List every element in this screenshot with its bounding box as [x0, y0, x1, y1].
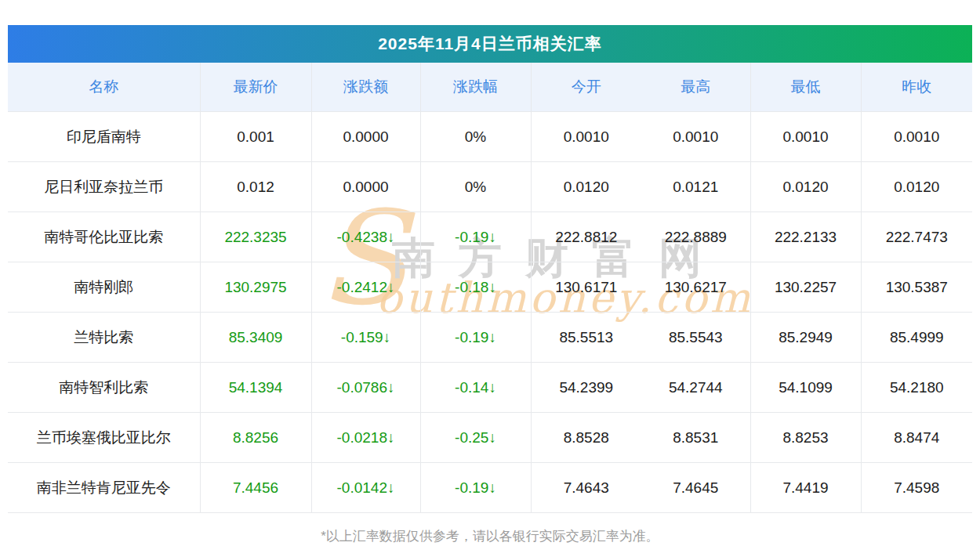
cell-name: 尼日利亚奈拉兰币	[8, 162, 200, 212]
cell-name: 兰特比索	[8, 313, 200, 363]
cell-name: 南特智利比索	[8, 363, 200, 413]
cell-high: 222.8889	[641, 212, 750, 262]
cell-change: -0.0142↓	[311, 463, 420, 513]
table-row: 尼日利亚奈拉兰币 0.012 0.0000 0% 0.0120 0.0121 0…	[8, 162, 972, 212]
cell-name: 南特哥伦比亚比索	[8, 212, 200, 262]
table-row: 兰币埃塞俄比亚比尔 8.8256 -0.0218↓ -0.25↓ 8.8528 …	[8, 413, 972, 463]
cell-prev-close: 130.5387	[861, 262, 972, 313]
cell-low: 7.4419	[750, 463, 861, 513]
cell-low: 0.0120	[750, 162, 861, 212]
page-title: 2025年11月4日兰币相关汇率	[378, 33, 602, 55]
cell-name: 南特刚郎	[8, 262, 200, 313]
cell-prev-close: 54.2180	[861, 363, 972, 413]
cell-change-pct: 0%	[420, 112, 531, 162]
cell-open: 130.6171	[531, 262, 641, 313]
cell-open: 222.8812	[531, 212, 641, 262]
cell-open: 0.0010	[531, 112, 641, 162]
column-header-high: 最高	[641, 63, 750, 112]
cell-low: 85.2949	[750, 313, 861, 363]
cell-high: 0.0121	[641, 162, 750, 212]
cell-change-pct: 0%	[420, 162, 531, 212]
column-header-open: 今开	[531, 63, 641, 112]
table-row: 印尼盾南特 0.001 0.0000 0% 0.0010 0.0010 0.00…	[8, 112, 972, 162]
cell-high: 8.8531	[641, 413, 750, 463]
exchange-rate-table: 名称 最新价 涨跌额 涨跌幅 今开 最高 最低 昨收 印尼盾南特 0.001 0…	[8, 63, 972, 513]
cell-prev-close: 0.0120	[861, 162, 972, 212]
cell-prev-close: 85.4999	[861, 313, 972, 363]
cell-change: 0.0000	[311, 112, 420, 162]
cell-latest: 0.012	[200, 162, 311, 212]
cell-open: 0.0120	[531, 162, 641, 212]
column-header-latest: 最新价	[200, 63, 311, 112]
cell-change-pct: -0.14↓	[420, 363, 531, 413]
table-row: 兰特比索 85.3409 -0.159↓ -0.19↓ 85.5513 85.5…	[8, 313, 972, 363]
cell-high: 0.0010	[641, 112, 750, 162]
title-banner: 2025年11月4日兰币相关汇率	[8, 25, 972, 63]
cell-change: -0.4238↓	[311, 212, 420, 262]
disclaimer-note: *以上汇率数据仅供参考，请以各银行实际交易汇率为准。	[0, 527, 980, 545]
cell-open: 8.8528	[531, 413, 641, 463]
cell-open: 85.5513	[531, 313, 641, 363]
column-header-name: 名称	[8, 63, 200, 112]
cell-low: 0.0010	[750, 112, 861, 162]
cell-name: 印尼盾南特	[8, 112, 200, 162]
column-header-change-pct: 涨跌幅	[420, 63, 531, 112]
cell-change-pct: -0.19↓	[420, 313, 531, 363]
cell-prev-close: 8.8474	[861, 413, 972, 463]
table-row: 南非兰特肯尼亚先令 7.4456 -0.0142↓ -0.19↓ 7.4643 …	[8, 463, 972, 513]
table-row: 南特刚郎 130.2975 -0.2412↓ -0.18↓ 130.6171 1…	[8, 262, 972, 313]
cell-high: 54.2744	[641, 363, 750, 413]
cell-change: -0.0786↓	[311, 363, 420, 413]
cell-change: -0.0218↓	[311, 413, 420, 463]
cell-latest: 7.4456	[200, 463, 311, 513]
cell-change-pct: -0.25↓	[420, 413, 531, 463]
cell-latest: 54.1394	[200, 363, 311, 413]
cell-high: 85.5543	[641, 313, 750, 363]
cell-change: -0.159↓	[311, 313, 420, 363]
column-header-change: 涨跌额	[311, 63, 420, 112]
cell-latest: 85.3409	[200, 313, 311, 363]
cell-change-pct: -0.18↓	[420, 262, 531, 313]
cell-prev-close: 222.7473	[861, 212, 972, 262]
rate-table-container: S 南方财富网 outhmoney.com 名称 最新价 涨跌额 涨跌幅 今开 …	[8, 63, 972, 513]
cell-open: 54.2399	[531, 363, 641, 413]
table-row: 南特哥伦比亚比索 222.3235 -0.4238↓ -0.19↓ 222.88…	[8, 212, 972, 262]
cell-prev-close: 7.4598	[861, 463, 972, 513]
cell-latest: 0.001	[200, 112, 311, 162]
cell-change: 0.0000	[311, 162, 420, 212]
cell-low: 8.8253	[750, 413, 861, 463]
cell-high: 130.6217	[641, 262, 750, 313]
cell-low: 222.2133	[750, 212, 861, 262]
cell-change-pct: -0.19↓	[420, 212, 531, 262]
cell-change: -0.2412↓	[311, 262, 420, 313]
table-row: 南特智利比索 54.1394 -0.0786↓ -0.14↓ 54.2399 5…	[8, 363, 972, 413]
cell-low: 130.2257	[750, 262, 861, 313]
header-row: 名称 最新价 涨跌额 涨跌幅 今开 最高 最低 昨收	[8, 63, 972, 112]
cell-latest: 130.2975	[200, 262, 311, 313]
cell-open: 7.4643	[531, 463, 641, 513]
cell-latest: 222.3235	[200, 212, 311, 262]
cell-name: 兰币埃塞俄比亚比尔	[8, 413, 200, 463]
column-header-prev-close: 昨收	[861, 63, 972, 112]
cell-low: 54.1099	[750, 363, 861, 413]
cell-prev-close: 0.0010	[861, 112, 972, 162]
column-header-low: 最低	[750, 63, 861, 112]
cell-high: 7.4645	[641, 463, 750, 513]
cell-latest: 8.8256	[200, 413, 311, 463]
cell-name: 南非兰特肯尼亚先令	[8, 463, 200, 513]
cell-change-pct: -0.19↓	[420, 463, 531, 513]
